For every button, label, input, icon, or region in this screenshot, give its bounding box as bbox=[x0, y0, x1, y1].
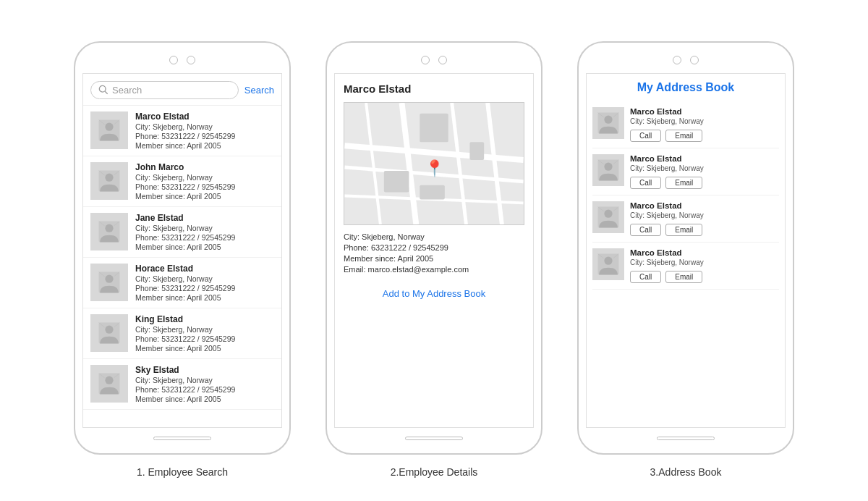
phone-2-top-bar bbox=[421, 56, 447, 64]
addr-avatar-1 bbox=[592, 154, 624, 186]
emp-name-1: John Marco bbox=[135, 162, 235, 172]
addr-avatar-3 bbox=[592, 248, 624, 280]
addr-name-3: Marco Elstad bbox=[630, 248, 779, 257]
avatar-5 bbox=[90, 365, 128, 403]
avatar-icon-0 bbox=[98, 119, 121, 142]
addr-name-2: Marco Elstad bbox=[630, 201, 779, 210]
employee-item-3[interactable]: Horace Elstad City: Skjeberg, Norway Pho… bbox=[83, 258, 281, 308]
svg-rect-25 bbox=[420, 185, 445, 199]
search-bar-row: Search Search bbox=[83, 74, 281, 106]
avatar-icon-3 bbox=[98, 271, 121, 294]
phone-2-screen: Marco Elstad bbox=[334, 73, 534, 428]
addr-buttons-0: Call Email bbox=[630, 130, 779, 142]
employee-item-5[interactable]: Sky Elstad City: Skjeberg, Norway Phone:… bbox=[83, 359, 281, 410]
svg-point-9 bbox=[105, 274, 113, 282]
call-button-0[interactable]: Call bbox=[630, 130, 661, 142]
search-input-placeholder: Search bbox=[112, 85, 142, 96]
svg-point-33 bbox=[604, 256, 612, 264]
svg-point-0 bbox=[99, 85, 106, 92]
emp-phone-3: Phone: 53231222 / 92545299 bbox=[135, 284, 235, 292]
svg-point-3 bbox=[105, 122, 113, 130]
svg-point-31 bbox=[604, 209, 612, 217]
employee-info-2: Jane Elstad City: Skjeberg, Norway Phone… bbox=[135, 213, 235, 251]
addr-buttons-2: Call Email bbox=[630, 224, 779, 236]
email-button-3[interactable]: Email bbox=[665, 271, 702, 283]
detail-member: Member since: April 2005 bbox=[344, 254, 524, 263]
avatar-icon-4 bbox=[98, 321, 121, 345]
emp-phone-0: Phone: 53231222 / 92545299 bbox=[135, 132, 235, 140]
avatar-4 bbox=[90, 314, 128, 352]
employee-info-4: King Elstad City: Skjeberg, Norway Phone… bbox=[135, 314, 235, 353]
emp-member-3: Member since: April 2005 bbox=[135, 293, 235, 302]
addr-avatar-icon-1 bbox=[597, 159, 620, 182]
search-input-wrap[interactable]: Search bbox=[90, 81, 239, 99]
screens-row: Search Search Marco Elstad City: bbox=[74, 24, 794, 478]
emp-phone-5: Phone: 53231222 / 92545299 bbox=[135, 385, 235, 394]
email-button-1[interactable]: Email bbox=[665, 177, 702, 189]
email-button-2[interactable]: Email bbox=[665, 224, 702, 236]
call-button-3[interactable]: Call bbox=[630, 271, 661, 283]
emp-city-2: City: Skjeberg, Norway bbox=[135, 224, 235, 232]
phone-1-circle-1 bbox=[169, 56, 178, 64]
avatar-2 bbox=[90, 213, 128, 250]
addr-avatar-icon-3 bbox=[597, 253, 620, 276]
phone-2-bottom-bar bbox=[405, 437, 463, 440]
phone-3-circle-2 bbox=[690, 56, 699, 64]
svg-point-11 bbox=[105, 325, 113, 333]
addr-name-0: Marco Elstad bbox=[630, 107, 779, 116]
phone-1-circle-2 bbox=[187, 56, 195, 64]
employee-info-0: Marco Elstad City: Skjeberg, Norway Phon… bbox=[135, 111, 235, 150]
svg-point-13 bbox=[105, 376, 113, 384]
addr-buttons-3: Call Email bbox=[630, 271, 779, 283]
detail-city: City: Skjeberg, Norway bbox=[344, 232, 524, 241]
emp-member-4: Member since: April 2005 bbox=[135, 344, 235, 353]
emp-city-0: City: Skjeberg, Norway bbox=[135, 122, 235, 131]
phone-3-screen: My Address Book Marco Elstad City: Skjeb… bbox=[586, 73, 786, 428]
addr-city-1: City: Skjeberg, Norway bbox=[630, 164, 779, 172]
phone-3-circle-1 bbox=[673, 56, 681, 64]
phone-1: Search Search Marco Elstad City: bbox=[74, 41, 291, 455]
addr-city-3: City: Skjeberg, Norway bbox=[630, 258, 779, 266]
detail-phone: Phone: 63231222 / 92545299 bbox=[344, 243, 524, 252]
call-button-2[interactable]: Call bbox=[630, 224, 661, 236]
address-book-title: My Address Book bbox=[592, 81, 779, 94]
avatar-icon-1 bbox=[98, 169, 121, 193]
addr-city-0: City: Skjeberg, Norway bbox=[630, 117, 779, 125]
address-contacts-list: Marco Elstad City: Skjeberg, Norway Call… bbox=[592, 101, 779, 290]
svg-rect-23 bbox=[384, 170, 409, 192]
employee-item-4[interactable]: King Elstad City: Skjeberg, Norway Phone… bbox=[83, 308, 281, 359]
emp-member-5: Member since: April 2005 bbox=[135, 395, 235, 403]
emp-city-5: City: Skjeberg, Norway bbox=[135, 376, 235, 384]
email-button-0[interactable]: Email bbox=[665, 130, 702, 142]
phone-2: Marco Elstad bbox=[326, 41, 542, 455]
address-contact-item-0: Marco Elstad City: Skjeberg, Norway Call… bbox=[592, 101, 779, 148]
phone-1-bottom-bar bbox=[153, 437, 211, 440]
address-contact-item-3: Marco Elstad City: Skjeberg, Norway Call… bbox=[592, 243, 779, 290]
add-to-address-book-button[interactable]: Add to My Address Book bbox=[344, 281, 524, 306]
phone-2-circle-2 bbox=[438, 56, 447, 64]
address-contact-item-2: Marco Elstad City: Skjeberg, Norway Call… bbox=[592, 195, 779, 243]
addr-name-1: Marco Elstad bbox=[630, 154, 779, 163]
screen-3-label: 3.Address Book bbox=[650, 466, 722, 478]
phone-2-circle-1 bbox=[421, 56, 430, 64]
detail-screen: Marco Elstad bbox=[335, 74, 533, 306]
avatar-3 bbox=[90, 264, 128, 301]
employee-info-1: John Marco City: Skjeberg, Norway Phone:… bbox=[135, 162, 235, 201]
search-button[interactable]: Search bbox=[244, 85, 274, 96]
addr-info-3: Marco Elstad City: Skjeberg, Norway Call… bbox=[630, 248, 779, 283]
svg-rect-24 bbox=[469, 142, 484, 160]
emp-name-5: Sky Elstad bbox=[135, 365, 235, 375]
employee-item-0[interactable]: Marco Elstad City: Skjeberg, Norway Phon… bbox=[83, 106, 281, 156]
svg-point-7 bbox=[105, 224, 113, 232]
avatar-1 bbox=[90, 162, 128, 200]
call-button-1[interactable]: Call bbox=[630, 177, 661, 189]
emp-member-0: Member since: April 2005 bbox=[135, 141, 235, 150]
employee-item-1[interactable]: John Marco City: Skjeberg, Norway Phone:… bbox=[83, 156, 281, 207]
employee-info-3: Horace Elstad City: Skjeberg, Norway Pho… bbox=[135, 264, 235, 302]
employee-list: Marco Elstad City: Skjeberg, Norway Phon… bbox=[83, 106, 281, 410]
phone-3: My Address Book Marco Elstad City: Skjeb… bbox=[577, 41, 794, 455]
employee-item-2[interactable]: Jane Elstad City: Skjeberg, Norway Phone… bbox=[83, 207, 281, 258]
emp-city-3: City: Skjeberg, Norway bbox=[135, 274, 235, 283]
emp-name-0: Marco Elstad bbox=[135, 111, 235, 122]
screen-2-wrapper: Marco Elstad bbox=[326, 41, 542, 478]
